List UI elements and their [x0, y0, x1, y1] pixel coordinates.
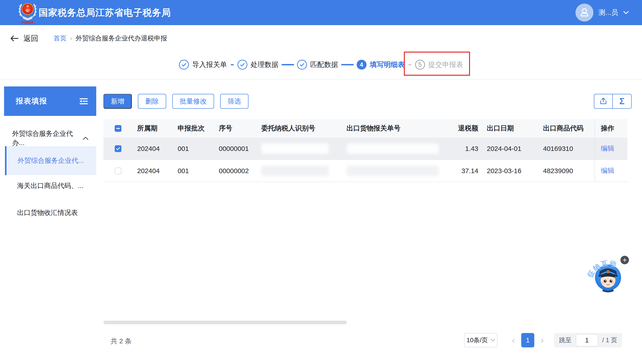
sidebar-header: 报表填报 [4, 86, 96, 116]
cell-seq: 00000002 [214, 160, 256, 182]
column-header-export-date[interactable]: 出口日期 [483, 119, 539, 138]
sidebar-item-label: 出口货物收汇情况表 [17, 208, 78, 217]
row-checkbox[interactable] [115, 168, 121, 174]
back-button[interactable]: 返回 [10, 34, 38, 44]
svg-text:★: ★ [26, 4, 29, 8]
table-row: 202404 001 00000002 37.14 2023-03-16 482… [103, 160, 627, 182]
cell-seq: 00000001 [214, 138, 256, 160]
step-label: 匹配数据 [310, 60, 338, 70]
pagination: 10条/页 ‹ 1 › 跳至 / 1 页 [464, 333, 622, 348]
step-match-data[interactable]: 匹配数据 [297, 60, 338, 70]
column-header-action: 操作 [594, 119, 627, 138]
sidebar-item-foreign-trade-agency[interactable]: 外贸综合服务企业代... [5, 146, 96, 175]
step-label: 填写明细表 [370, 60, 405, 70]
plus-icon: + [623, 256, 627, 264]
sum-icon: Σ [619, 97, 625, 106]
step-indicator: 导入报关单 处理数据 匹配数据 4 填写明细表 5 提交申报表 [0, 52, 642, 77]
page-size-value: 10条/页 [467, 336, 488, 344]
tax-bureau-emblem-logo: ★ 中国税务 [18, 1, 37, 25]
export-button[interactable] [594, 94, 613, 109]
user-avatar[interactable] [575, 4, 593, 22]
table-header-row: 所属期 申报批次 序号 委托纳税人识别号 出口货物报关单号 退税额 出口日期 出… [103, 119, 627, 138]
sidebar-group-foreign-trade[interactable]: 外贸综合服务企业代办... [4, 131, 96, 145]
check-mark-icon [116, 147, 120, 150]
step-connector [408, 64, 411, 65]
cell-export-date: 2023-03-16 [483, 160, 539, 182]
add-button[interactable]: 新增 [103, 94, 132, 109]
indeterminate-mark-icon [116, 128, 120, 129]
breadcrumb-home[interactable]: 首页 [54, 34, 67, 43]
step-number: 5 [415, 60, 425, 70]
batch-edit-button[interactable]: 批量修改 [172, 94, 214, 109]
cell-commodity-code: 48239090 [539, 160, 594, 182]
menu-fold-icon[interactable] [79, 97, 88, 106]
horizontal-scrollbar-thumb[interactable] [103, 321, 347, 324]
select-all-checkbox[interactable] [115, 125, 121, 132]
column-header-taxpayer-id[interactable]: 委托纳税人识别号 [256, 119, 342, 138]
arrow-left-icon [10, 35, 19, 42]
column-header-period[interactable]: 所属期 [133, 119, 173, 138]
mascot-expand-badge: + [620, 256, 629, 264]
column-header-refund[interactable]: 退税额 [450, 119, 483, 138]
sidebar-group-label: 外贸综合服务企业代办... [12, 129, 83, 148]
step-label: 导入报关单 [192, 60, 227, 70]
jump-to-page-group: 跳至 / 1 页 [554, 333, 622, 348]
page-size-select[interactable]: 10条/页 [464, 333, 497, 348]
interaction-mascot-button[interactable]: 征纳互动 + [586, 253, 634, 296]
step-done-check-icon [179, 60, 189, 70]
sidebar-item-label: 外贸综合服务企业代... [18, 156, 84, 165]
edit-link[interactable]: 编辑 [601, 144, 614, 153]
step-connector [282, 64, 294, 65]
cell-refund: 1.43 [450, 138, 483, 160]
cell-export-date: 2024-04-01 [483, 138, 539, 160]
column-header-seq[interactable]: 序号 [214, 119, 256, 138]
row-checkbox[interactable] [115, 145, 121, 152]
step-connector [231, 64, 234, 65]
current-page-button[interactable]: 1 [521, 333, 534, 348]
chevron-up-icon [83, 136, 89, 140]
cell-taxpayer-id [256, 138, 342, 160]
step-import-declaration[interactable]: 导入报关单 [179, 60, 227, 70]
table-toolbar: 新增 删除 批量修改 筛选 [103, 94, 249, 109]
user-menu[interactable]: 测...员 [575, 0, 629, 25]
redacted-value [346, 144, 439, 154]
filter-button[interactable]: 筛选 [220, 94, 249, 109]
column-header-batch[interactable]: 申报批次 [173, 119, 214, 138]
jump-page-input[interactable] [576, 334, 598, 346]
cell-period: 202404 [133, 160, 173, 182]
sum-button[interactable]: Σ [613, 94, 632, 109]
step-submit-declaration[interactable]: 5 提交申报表 [415, 60, 463, 70]
cell-taxpayer-id [256, 160, 342, 182]
person-icon [579, 8, 590, 18]
delete-button[interactable]: 删除 [138, 94, 166, 109]
step-fill-detail-form[interactable]: 4 填写明细表 [357, 60, 405, 70]
sidebar-item-customs-export-code[interactable]: 海关出口商品代码、... [5, 179, 96, 193]
step-number: 4 [357, 60, 366, 70]
app-header: ★ 中国税务 国家税务总局江苏省电子税务局 测...员 [0, 0, 642, 25]
redacted-value [261, 166, 329, 176]
next-page-button[interactable]: › [537, 336, 547, 345]
cell-customs-no [342, 138, 450, 160]
step-label: 处理数据 [251, 60, 279, 70]
jump-label: 跳至 [559, 336, 572, 344]
chevron-down-icon [623, 10, 629, 14]
prev-page-button[interactable]: ‹ [508, 336, 519, 345]
section-divider [0, 79, 642, 80]
column-header-commodity-code[interactable]: 出口商品代码 [539, 119, 594, 138]
breadcrumb-separator: › [70, 35, 72, 42]
step-done-check-icon [297, 60, 307, 70]
edit-link[interactable]: 编辑 [601, 166, 614, 176]
breadcrumb-current: 外贸综合服务企业代办退税申报 [76, 34, 167, 43]
step-process-data[interactable]: 处理数据 [238, 60, 279, 70]
user-name: 测...员 [598, 8, 618, 17]
export-icon [599, 97, 608, 106]
cell-period: 202404 [133, 138, 173, 160]
logo-caption: 中国税务 [21, 21, 34, 24]
sidebar-title: 报表填报 [16, 96, 47, 106]
sidebar-item-export-forex-table[interactable]: 出口货物收汇情况表 [5, 206, 96, 220]
column-header-customs-no[interactable]: 出口货物报关单号 [342, 119, 450, 138]
cell-customs-no [342, 160, 450, 182]
cell-batch: 001 [173, 138, 214, 160]
sidebar-item-label: 海关出口商品代码、... [17, 181, 83, 190]
detail-table: 所属期 申报批次 序号 委托纳税人识别号 出口货物报关单号 退税额 出口日期 出… [103, 119, 627, 182]
